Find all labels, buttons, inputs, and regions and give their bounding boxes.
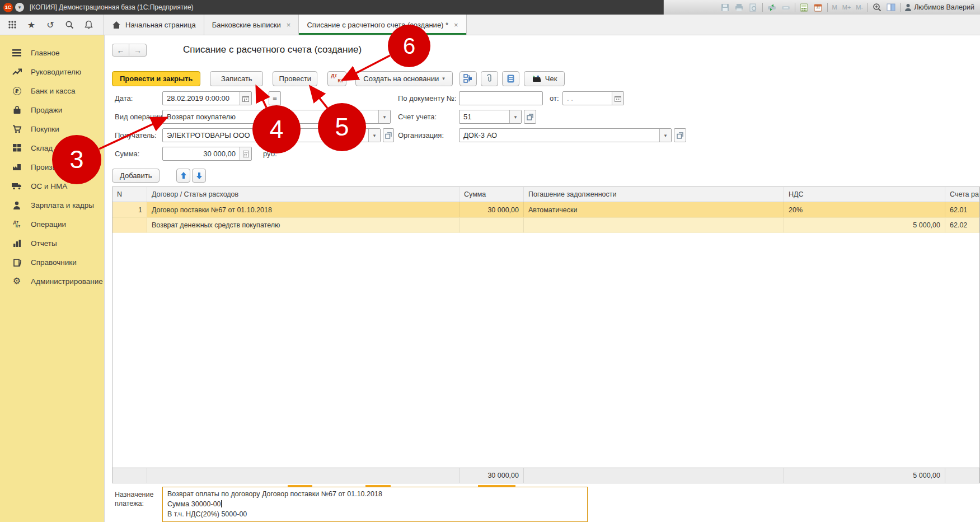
print-preview-icon[interactable] [748,2,758,12]
memory-m-plus-button[interactable]: M+ [842,4,852,11]
back-button[interactable]: ← [112,44,129,57]
open-account-button[interactable] [524,110,536,124]
tab-bank-statements[interactable]: Банковские выписки × [204,15,299,35]
sidebar-item-warehouse[interactable]: Склад [0,138,104,157]
doc-date-input[interactable]: . . [562,91,624,105]
cheque-button[interactable]: Чек [524,71,565,86]
tab-write-off-active[interactable]: Списание с расчетного счета (создание) *… [299,15,466,35]
calendar-picker-icon[interactable] [240,92,251,105]
cell-amount[interactable] [459,218,524,232]
sidebar-item-fixed-assets[interactable]: ОС и НМА [0,176,104,195]
cell-contract[interactable]: Возврат денежных средств покупателю [147,218,459,232]
add-row-button[interactable]: Добавить [112,169,160,183]
calculator-picker-icon[interactable] [240,147,251,160]
sidebar-item-operations[interactable]: ДтКтОперации [0,215,104,234]
sidebar-item-administration[interactable]: ⚙Администрирование [0,272,104,291]
table-row[interactable]: Возврат денежных средств покупателю 5 00… [112,218,979,233]
history-list-button[interactable]: ≡ [269,91,281,105]
link-icon[interactable] [781,2,791,12]
attachments-button[interactable] [481,71,498,86]
calendar-picker-icon[interactable] [612,92,623,105]
save-icon[interactable] [720,2,730,12]
forward-button[interactable]: → [129,44,147,57]
cart-icon [10,125,24,133]
cell-accounts[interactable]: 62.02 [945,218,979,232]
structure-icon [463,74,473,83]
related-documents-button[interactable] [459,71,477,86]
cell-n[interactable]: 1 [112,202,147,217]
table-row[interactable]: 1 Договор поставки №67 от 01.10.2018 30 … [112,202,979,218]
payment-purpose-textarea[interactable]: Возврат оплаты по договору Договор поста… [162,487,588,522]
post-and-close-button[interactable]: Провести и закрыть [112,71,200,86]
split-window-icon[interactable] [886,2,896,12]
move-row-up-button[interactable] [176,169,190,183]
organization-select[interactable]: ДОК-3 АО ▾ [459,128,672,142]
chevron-down-icon[interactable]: ▾ [509,110,521,123]
app-menu-caret-icon[interactable]: ▾ [15,3,24,12]
payment-purpose-label: Назначение платежа: [115,490,161,508]
sidebar-label: Зарплата и кадры [31,201,94,209]
col-vat[interactable]: НДС [784,187,945,202]
create-on-basis-button[interactable]: Создать на основании ▾ [355,71,452,86]
move-row-down-button[interactable] [192,169,206,183]
cell-vat[interactable]: 20% [784,202,945,217]
cell-repayment[interactable] [524,218,784,232]
operation-type-select[interactable]: Возврат покупателю ▾ [162,110,391,124]
sidebar-item-salary-hr[interactable]: Зарплата и кадры [0,195,104,215]
open-payee-button[interactable] [383,128,394,142]
account-select[interactable]: 51 ▾ [459,110,522,124]
sidebar-item-manager[interactable]: Руководителю [0,62,104,81]
dt-kt-postings-button[interactable]: Дт Кт [327,71,346,86]
books-icon [10,258,24,267]
date-input[interactable]: 28.02.2019 0:00:00 [162,91,252,105]
col-contract[interactable]: Договор / Статья расходов [147,187,459,202]
search-icon[interactable] [64,19,75,30]
post-button[interactable]: Провести [273,71,317,86]
all-functions-grid-icon[interactable] [7,19,18,30]
memory-m-minus-button[interactable]: M- [855,4,864,11]
col-amount[interactable]: Сумма [459,187,524,202]
current-user[interactable]: Любимов Валерий [904,3,974,11]
cell-amount[interactable]: 30 000,00 [459,202,524,217]
col-repayment[interactable]: Погашение задолженности [524,187,784,202]
sidebar-item-main[interactable]: Главное [0,43,104,62]
tab-close-icon[interactable]: × [287,21,291,29]
sidebar-item-purchases[interactable]: Покупки [0,119,104,138]
operation-type-value: Возврат покупателю [163,113,378,121]
doc-number-input[interactable] [459,91,543,105]
open-organization-button[interactable] [674,128,686,142]
col-n[interactable]: N [112,187,147,202]
notifications-bell-icon[interactable] [83,19,94,30]
sidebar-item-references[interactable]: Справочники [0,253,104,272]
cell-repayment[interactable]: Автоматически [524,202,784,217]
payee-select[interactable]: ЭЛЕКТРОТОВАРЫ ООО ▾ [162,128,381,142]
cell-accounts[interactable]: 62.01 [945,202,979,217]
report-button[interactable] [502,71,519,86]
list-lines-icon: ≡ [273,94,277,102]
calendar-icon[interactable]: 31 [813,2,823,12]
titlebar-toolbar: 31 M M+ M- Любимов Валерий [663,0,980,15]
col-accounts[interactable]: Счета рас [945,187,979,202]
sidebar-item-sales[interactable]: Продажи [0,100,104,119]
chevron-down-icon[interactable]: ▾ [659,129,671,142]
history-icon[interactable]: ↺ [45,19,56,30]
cell-contract[interactable]: Договор поставки №67 от 01.10.2018 [147,202,459,217]
account-value: 51 [459,113,509,121]
cell-vat[interactable]: 5 000,00 [784,218,945,232]
tab-home[interactable]: Начальная страница [104,15,204,35]
memory-m-button[interactable]: M [832,4,838,11]
amount-input[interactable]: 30 000,00 [162,147,252,161]
chevron-down-icon[interactable]: ▾ [378,110,390,123]
sync-link-icon[interactable] [767,2,777,12]
print-icon[interactable] [734,2,744,12]
sidebar-item-production[interactable]: Производство [0,157,104,176]
tab-close-icon[interactable]: × [454,21,458,29]
sidebar-item-reports[interactable]: Отчеты [0,234,104,253]
cell-n[interactable] [112,218,147,232]
favorites-star-icon[interactable]: ★ [26,19,37,30]
write-button[interactable]: Записать [210,71,263,86]
calculator-icon[interactable] [799,2,809,12]
sidebar-item-bank-cash[interactable]: ₽Банк и касса [0,81,104,100]
chevron-down-icon[interactable]: ▾ [368,129,380,142]
zoom-icon[interactable] [872,2,882,12]
